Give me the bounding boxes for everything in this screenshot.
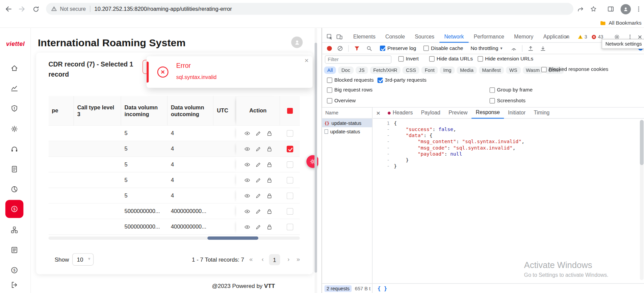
view-icon[interactable]	[244, 161, 250, 167]
filter-input[interactable]	[325, 55, 391, 63]
view-icon[interactable]	[244, 145, 250, 152]
row-checkbox[interactable]	[287, 177, 293, 183]
lock-icon[interactable]	[266, 208, 272, 214]
devtools-tab-sources[interactable]: Sources	[410, 31, 439, 43]
sidebar-item-shield[interactable]	[5, 99, 24, 117]
device-toolbar-icon[interactable]	[334, 32, 344, 42]
group-by-frame-checkbox[interactable]: Group by frame	[490, 87, 533, 93]
filter-chip-js[interactable]: JS	[356, 66, 368, 74]
reload-icon[interactable]	[30, 4, 41, 15]
select-all-checkbox[interactable]	[287, 108, 293, 113]
invert-checkbox[interactable]: Invert	[398, 56, 419, 61]
column-header-2[interactable]: Call type level 3	[74, 96, 121, 126]
next-page-icon[interactable]: ›	[287, 255, 289, 262]
table-row-6[interactable]: 5000000000...4000000000...	[49, 204, 300, 219]
user-avatar[interactable]	[291, 36, 303, 48]
detail-tab-timing[interactable]: Timing	[530, 107, 553, 118]
share-icon[interactable]	[575, 4, 586, 15]
sidebar-item-document[interactable]	[5, 160, 24, 178]
devtools-tab-performance[interactable]: Performance	[469, 31, 509, 43]
sidebar-item-logout[interactable]	[5, 276, 24, 293]
view-icon[interactable]	[244, 192, 250, 199]
sidebar-item-chart[interactable]	[5, 79, 24, 98]
column-header-5[interactable]: UTC	[213, 96, 236, 126]
detail-tab-initiator[interactable]: Initiator	[504, 107, 530, 118]
row-checkbox[interactable]	[287, 145, 293, 152]
row-checkbox[interactable]	[287, 130, 293, 136]
table-row-3[interactable]: 54	[49, 157, 300, 172]
checkbox[interactable]	[423, 46, 429, 51]
edit-icon[interactable]	[255, 223, 261, 230]
throttling-select[interactable]: No throttling▾	[470, 45, 502, 51]
first-page-icon[interactable]: «	[249, 255, 253, 262]
response-scrollbar-thumb[interactable]	[640, 120, 644, 165]
scrollbar-thumb[interactable]	[207, 237, 258, 240]
third-party-requests-checkbox[interactable]: 3rd-party requests	[378, 77, 427, 83]
sidebar-item-gear[interactable]	[5, 120, 24, 138]
page-size-select[interactable]: 10 ▾	[72, 253, 94, 265]
column-header-4[interactable]: Data volumn outcoming	[168, 96, 213, 126]
last-page-icon[interactable]: »	[297, 255, 300, 262]
filter-chip-wasm[interactable]: Wasm	[523, 66, 543, 74]
clear-network-log-icon[interactable]	[335, 43, 345, 53]
lock-icon[interactable]	[266, 177, 272, 183]
sidebar-item-cluster[interactable]	[5, 221, 24, 239]
edit-icon[interactable]	[255, 161, 261, 167]
table-row-4[interactable]: 54	[49, 172, 300, 188]
filter-funnel-icon[interactable]	[352, 43, 362, 53]
prev-page-icon[interactable]: ‹	[262, 255, 264, 262]
page-number-button[interactable]: 1	[269, 254, 280, 265]
table-row-1[interactable]: 54	[49, 126, 300, 141]
checkbox[interactable]	[398, 56, 404, 61]
filter-chip-css[interactable]: CSS	[403, 66, 419, 74]
filter-chip-img[interactable]: Img	[440, 66, 455, 74]
edit-icon[interactable]	[255, 208, 261, 214]
blocked-response-cookies-checkbox[interactable]: Blocked response cookies	[541, 66, 609, 72]
checkbox[interactable]	[327, 98, 332, 103]
row-checkbox[interactable]	[287, 192, 293, 199]
table-row-5[interactable]: 54	[49, 188, 300, 204]
preserve-log-checkbox[interactable]: Preserve log	[380, 45, 416, 51]
filter-chip-fetch-xhr[interactable]: Fetch/XHR	[370, 66, 401, 74]
search-icon[interactable]	[364, 43, 374, 53]
warnings-badge[interactable]: 3	[577, 31, 587, 43]
overview-checkbox[interactable]: Overview	[327, 98, 356, 103]
column-header-6[interactable]: Action	[236, 96, 280, 126]
view-icon[interactable]	[244, 208, 250, 214]
lock-icon[interactable]	[266, 145, 272, 152]
lock-icon[interactable]	[266, 130, 272, 136]
edit-icon[interactable]	[255, 177, 261, 183]
checkbox[interactable]	[327, 87, 332, 92]
network-conditions-icon[interactable]	[509, 43, 519, 53]
edit-icon[interactable]	[255, 145, 261, 152]
big-request-rows-checkbox[interactable]: Big request rows	[327, 87, 372, 93]
column-header-1[interactable]: pe	[49, 96, 74, 126]
more-tabs-icon[interactable]: »	[566, 31, 568, 43]
request-row-2[interactable]: update-status	[322, 127, 372, 136]
disable-cache-checkbox[interactable]: Disable cache	[423, 45, 463, 51]
pretty-print-icon[interactable]: { }	[378, 285, 387, 291]
edit-icon[interactable]	[255, 130, 261, 136]
checkbox[interactable]	[429, 56, 435, 61]
checkbox[interactable]	[490, 98, 495, 103]
row-checkbox[interactable]	[287, 223, 293, 230]
checkbox[interactable]	[378, 77, 383, 83]
import-har-icon[interactable]	[538, 43, 548, 53]
column-header-3[interactable]: Data volumn incoming	[121, 96, 168, 126]
checkbox[interactable]	[541, 67, 547, 72]
detail-tab-preview[interactable]: Preview	[444, 107, 472, 118]
side-panel-icon[interactable]	[606, 4, 616, 15]
lock-icon[interactable]	[266, 192, 272, 199]
hide-data-urls-checkbox[interactable]: Hide data URLs	[429, 56, 473, 61]
requests-count[interactable]: 2 requests	[325, 285, 352, 292]
bookmark-star-icon[interactable]	[588, 4, 599, 15]
checkbox[interactable]	[327, 77, 332, 83]
row-checkbox[interactable]	[287, 161, 293, 167]
sidebar-item-dollar[interactable]: $	[5, 200, 24, 218]
filter-chip-doc[interactable]: Doc	[338, 66, 353, 74]
lock-icon[interactable]	[266, 161, 272, 167]
filter-chip-ws[interactable]: WS	[506, 66, 521, 74]
sidebar-item-list[interactable]	[5, 241, 24, 259]
sidebar-item-headset[interactable]	[5, 140, 24, 158]
blocked-requests-checkbox[interactable]: Blocked requests	[327, 77, 374, 83]
